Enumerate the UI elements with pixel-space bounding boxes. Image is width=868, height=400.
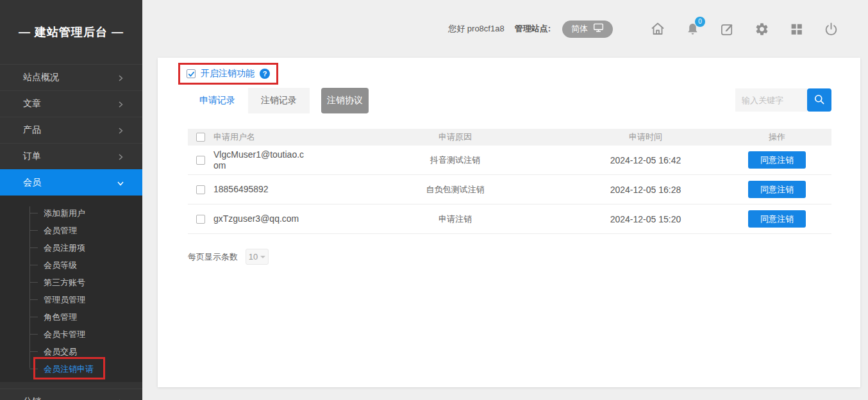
sidebar-item-site-overview[interactable]: 站点概况: [0, 64, 142, 90]
chevron-right-icon: [117, 74, 124, 81]
cell-reason: 抖音测试注销: [342, 154, 569, 166]
submenu-item-registration-fields[interactable]: 会员注册项: [0, 239, 142, 256]
tab-application-records[interactable]: 申请记录: [187, 88, 248, 113]
submenu-item-member-level[interactable]: 会员等级: [0, 256, 142, 274]
row-checkbox-cell: [188, 215, 213, 224]
submenu-item-member-cancellation[interactable]: 会员注销申请: [0, 360, 142, 378]
notifications-bell-icon[interactable]: 0: [685, 21, 700, 37]
header-time: 申请时间: [569, 131, 722, 143]
app-window: — 建站管理后台 — 站点概况 文章 产品 订单 会员: [0, 0, 868, 400]
cell-username: VlgcMuser1@toutiao.com: [213, 149, 342, 171]
header-reason: 申请原因: [342, 131, 569, 143]
row-checkbox[interactable]: [196, 185, 205, 194]
submenu-item-member-transactions[interactable]: 会员交易: [0, 343, 142, 360]
chevron-right-icon: [117, 153, 124, 160]
cell-reason: 申请注销: [342, 213, 569, 225]
pagination: 每页显示条数 10: [188, 249, 269, 265]
search-icon: [813, 93, 826, 108]
cell-action: 同意注销: [722, 210, 831, 228]
cell-action: 同意注销: [722, 181, 831, 198]
apps-grid-icon[interactable]: [789, 21, 804, 37]
cancellation-toggle-annotation-box: 开启注销功能 ?: [178, 63, 278, 85]
language-label: 简体: [571, 23, 588, 35]
submenu-item-member-management[interactable]: 会员管理: [0, 222, 142, 239]
sidebar: — 建站管理后台 — 站点概况 文章 产品 订单 会员: [0, 0, 142, 400]
tab-cancellation-records[interactable]: 注销记录: [248, 88, 310, 113]
header-checkbox-cell: [188, 133, 213, 142]
sidebar-item-products[interactable]: 产品: [0, 117, 142, 143]
cell-action: 同意注销: [722, 151, 831, 169]
submenu-item-add-user[interactable]: 添加新用户: [0, 204, 142, 222]
username-text: 18856495892: [213, 184, 305, 195]
home-icon[interactable]: [650, 21, 665, 37]
row-checkbox[interactable]: [196, 156, 205, 165]
submenu-item-role-management[interactable]: 角色管理: [0, 308, 142, 326]
enable-cancellation-checkbox[interactable]: [187, 69, 196, 78]
user-greeting: 您好 pro8cf1a8: [448, 23, 504, 35]
row-checkbox-cell: [188, 185, 213, 194]
submenu-item-third-party-accounts[interactable]: 第三方账号: [0, 274, 142, 291]
search-input[interactable]: [735, 88, 807, 112]
main-panel: 开启注销功能 ? 申请记录 注销记录 注销协议 申: [158, 58, 860, 387]
search-button[interactable]: [807, 88, 831, 112]
username-text: gxTzguser3@qq.com: [213, 213, 305, 224]
sidebar-item-distribution[interactable]: 分销: [0, 388, 142, 400]
table-row: 18856495892 自负包测试注销 2024-12-05 16:28 同意注…: [188, 175, 831, 204]
header-username: 申请用户名: [213, 131, 342, 143]
table-header-row: 申请用户名 申请原因 申请时间 操作: [188, 129, 831, 146]
sidebar-item-label: 订单: [23, 151, 41, 162]
tab-cancellation-agreement[interactable]: 注销协议: [321, 88, 369, 113]
page-size-value: 10: [249, 252, 258, 262]
sidebar-item-articles[interactable]: 文章: [0, 90, 142, 117]
submenu-item-label: 会员注销申请: [44, 364, 94, 374]
page-size-label: 每页显示条数: [188, 251, 238, 263]
sidebar-item-label: 分销: [23, 396, 41, 400]
table-row: gxTzguser3@qq.com 申请注销 2024-12-05 15:20 …: [188, 204, 831, 234]
enable-cancellation-label[interactable]: 开启注销功能: [201, 68, 255, 79]
chevron-down-icon: [260, 256, 265, 258]
cell-username: 18856495892: [213, 184, 342, 195]
submenu-item-admin-management[interactable]: 管理员管理: [0, 291, 142, 308]
cell-time: 2024-12-05 16:42: [569, 155, 722, 165]
applications-table: 申请用户名 申请原因 申请时间 操作 VlgcMuser1@toutiao.co…: [188, 129, 831, 234]
settings-gear-icon[interactable]: [754, 21, 769, 37]
cell-time: 2024-12-05 15:20: [569, 214, 722, 224]
power-logout-icon[interactable]: [823, 21, 839, 37]
row-checkbox-cell: [188, 156, 213, 165]
sidebar-item-label: 文章: [23, 98, 41, 110]
select-all-checkbox[interactable]: [196, 133, 205, 142]
chevron-right-icon: [117, 100, 124, 108]
managed-site-label: 管理站点:: [515, 23, 551, 35]
sidebar-item-orders[interactable]: 订单: [0, 143, 142, 169]
username-text: VlgcMuser1@toutiao.com: [213, 149, 305, 171]
edit-icon[interactable]: [719, 21, 735, 37]
page-size-select[interactable]: 10: [246, 249, 269, 265]
sidebar-item-label: 产品: [23, 124, 41, 136]
tabs: 申请记录 注销记录 注销协议: [187, 88, 369, 113]
submenu-item-member-card[interactable]: 会员卡管理: [0, 326, 142, 343]
agree-cancellation-button[interactable]: 同意注销: [748, 210, 806, 228]
help-question-icon[interactable]: ?: [260, 69, 270, 79]
topbar: 您好 pro8cf1a8 管理站点: 简体 0: [142, 0, 868, 58]
app-title: — 建站管理后台 —: [0, 0, 142, 64]
members-submenu: 添加新用户 会员管理 会员注册项 会员等级 第三方账号 管理员管理 角色管理 会…: [0, 196, 142, 382]
chevron-down-icon: [117, 179, 124, 187]
cell-reason: 自负包测试注销: [342, 184, 569, 196]
sidebar-item-label: 站点概况: [23, 72, 59, 83]
agree-cancellation-button[interactable]: 同意注销: [748, 181, 806, 198]
row-checkbox[interactable]: [196, 215, 205, 224]
cell-username: gxTzguser3@qq.com: [213, 213, 342, 224]
sidebar-item-members[interactable]: 会员: [0, 169, 142, 196]
monitor-icon: [593, 23, 604, 35]
cell-time: 2024-12-05 16:28: [569, 185, 722, 195]
header-action: 操作: [722, 131, 831, 143]
table-row: VlgcMuser1@toutiao.com 抖音测试注销 2024-12-05…: [188, 146, 831, 175]
sidebar-item-label: 会员: [23, 177, 41, 188]
notification-badge: 0: [695, 17, 705, 27]
chevron-right-icon: [117, 126, 124, 134]
language-site-button[interactable]: 简体: [562, 21, 613, 38]
search-bar: [735, 88, 831, 112]
agree-cancellation-button[interactable]: 同意注销: [748, 151, 806, 169]
